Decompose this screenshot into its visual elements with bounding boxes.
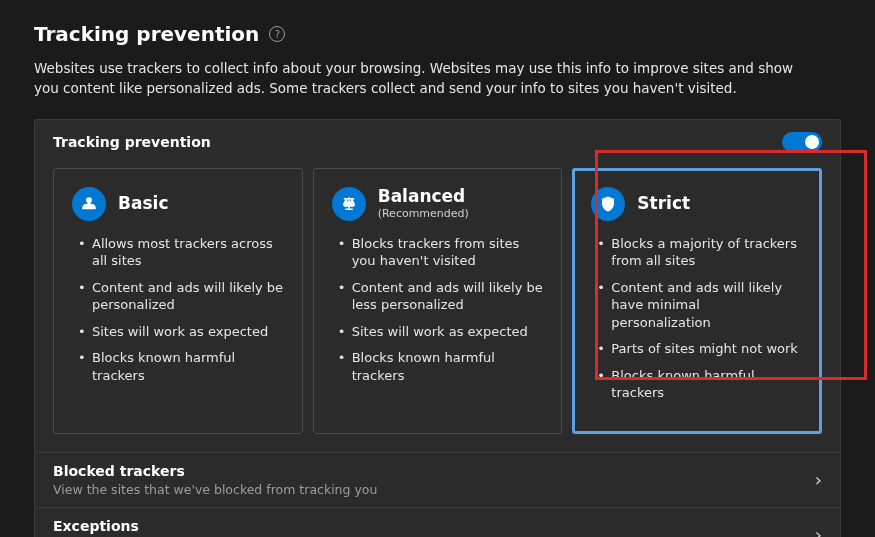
blocked-trackers-title: Blocked trackers [53,463,377,479]
tracking-prevention-toggle[interactable] [782,132,822,152]
card-basic-bullet: Sites will work as expected [78,323,284,341]
card-strict-bullet: Content and ads will likely have minimal… [597,279,803,332]
chevron-right-icon: › [815,469,822,490]
level-cards: Basic Allows most trackers across all si… [35,158,840,452]
card-basic-title: Basic [118,194,168,213]
card-strict[interactable]: Strict Blocks a majority of trackers fro… [572,168,822,434]
card-basic[interactable]: Basic Allows most trackers across all si… [53,168,303,434]
card-strict-bullet: Blocks known harmful trackers [597,367,803,402]
card-balanced-subtitle: (Recommended) [378,207,469,220]
basic-icon [72,187,106,221]
card-basic-bullet: Content and ads will likely be personali… [78,279,284,314]
chevron-right-icon: › [815,524,822,537]
card-balanced-title: Balanced [378,187,469,206]
strict-icon [591,187,625,221]
page-title-row: Tracking prevention ? [34,22,841,46]
blocked-trackers-row[interactable]: Blocked trackers View the sites that we'… [35,452,840,507]
balanced-icon [332,187,366,221]
card-balanced-bullet: Sites will work as expected [338,323,544,341]
card-balanced[interactable]: Balanced (Recommended) Blocks trackers f… [313,168,563,434]
card-strict-bullet: Blocks a majority of trackers from all s… [597,235,803,270]
blocked-trackers-subtitle: View the sites that we've blocked from t… [53,482,377,497]
card-balanced-bullet: Blocks trackers from sites you haven't v… [338,235,544,270]
card-basic-bullet: Blocks known harmful trackers [78,349,284,384]
page-title: Tracking prevention [34,22,259,46]
help-icon[interactable]: ? [269,26,285,42]
card-strict-bullet: Parts of sites might not work [597,340,803,358]
exceptions-row[interactable]: Exceptions Allow all trackers on sites y… [35,507,840,537]
card-balanced-bullet: Content and ads will likely be less pers… [338,279,544,314]
panel-title: Tracking prevention [53,134,211,150]
card-balanced-bullet: Blocks known harmful trackers [338,349,544,384]
tracking-prevention-panel: Tracking prevention Basic Allows most tr… [34,119,841,538]
exceptions-title: Exceptions [53,518,287,534]
card-basic-bullet: Allows most trackers across all sites [78,235,284,270]
page-description: Websites use trackers to collect info ab… [34,58,794,99]
card-strict-title: Strict [637,194,690,213]
